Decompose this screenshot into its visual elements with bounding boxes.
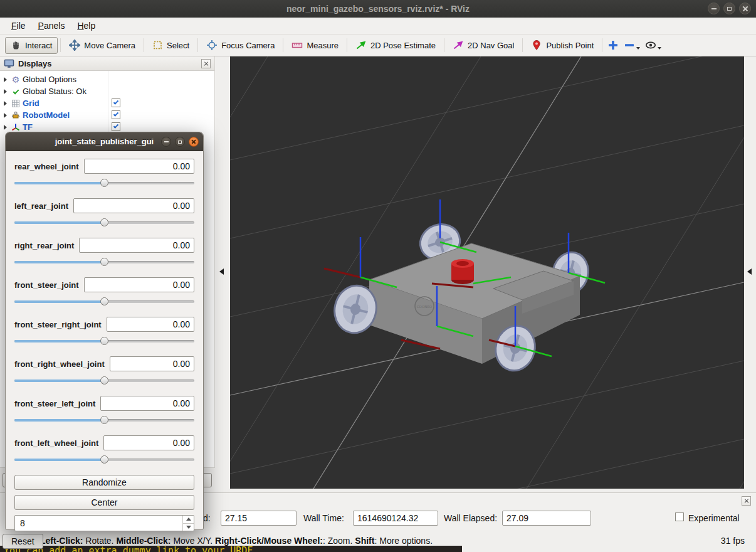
dialog-minimize-button[interactable] [161, 137, 171, 147]
tree-row-global-options[interactable]: Global Options [0, 73, 214, 85]
select-tool-button[interactable]: Select [147, 36, 195, 54]
remove-tool-button[interactable] [621, 38, 643, 53]
grid-enabled-checkbox[interactable] [112, 98, 120, 107]
joint-value-field[interactable] [110, 356, 194, 371]
tool-bar: Interact Move Camera Select Focus Camera… [0, 34, 756, 56]
arrow-up-icon [186, 518, 191, 521]
interact-tool-button[interactable]: Interact [5, 37, 58, 54]
joint-slider[interactable] [14, 416, 194, 424]
minimize-icon [164, 141, 169, 142]
slider-handle[interactable] [100, 416, 108, 424]
slider-handle[interactable] [100, 258, 108, 266]
joints-spinbox[interactable] [14, 515, 194, 531]
add-tool-button[interactable] [605, 38, 621, 53]
wall-time-field[interactable] [353, 511, 438, 526]
nav-goal-tool-button[interactable]: 2D Nav Goal [447, 36, 520, 54]
joint-value-field[interactable] [73, 198, 194, 213]
tree-row-label: RobotModel [23, 110, 70, 120]
publish-point-tool-button[interactable]: Publish Point [525, 36, 599, 54]
joint-row: right_rear_joint [14, 238, 194, 266]
slider-handle[interactable] [100, 376, 108, 385]
slider-handle[interactable] [100, 455, 108, 464]
lidar-cylinder [451, 259, 474, 284]
robotmodel-enabled-checkbox[interactable] [112, 110, 120, 119]
slider-fill [14, 182, 105, 184]
joint-row: left_rear_joint [14, 198, 194, 226]
tf-enabled-checkbox[interactable] [112, 122, 120, 131]
pose-estimate-tool-button[interactable]: 2D Pose Estimate [350, 36, 441, 54]
spinbox-value[interactable] [15, 516, 181, 531]
expander-icon[interactable] [4, 125, 7, 130]
dialog-title: joint_state_publisher_gui [55, 137, 154, 146]
ros-elapsed-field[interactable] [221, 511, 297, 526]
collapse-left-icon[interactable] [219, 268, 224, 275]
joint-slider[interactable] [14, 455, 194, 464]
menu-panels[interactable]: Panels [32, 18, 71, 33]
joint-row: front_right_wheel_joint [14, 356, 194, 385]
expander-icon[interactable] [4, 77, 7, 82]
joint-state-publisher-dialog[interactable]: joint_state_publisher_gui rear_wheel_joi… [5, 132, 204, 530]
joint-slider[interactable] [14, 337, 194, 345]
joint-label: left_rear_joint [14, 201, 68, 211]
reset-button[interactable]: Reset [3, 534, 43, 549]
time-panel-close-button[interactable] [742, 496, 751, 506]
slider-handle[interactable] [100, 337, 108, 345]
window-titlebar[interactable]: neor_mini_gazebo_sensors_rviz.rviz* - RV… [0, 0, 756, 18]
panel-title: Displays [18, 59, 197, 68]
collapse-right-icon[interactable] [747, 268, 752, 275]
center-button[interactable]: Center [14, 495, 194, 510]
joint-value-field[interactable] [79, 238, 194, 253]
joint-value-field[interactable] [84, 277, 194, 292]
spin-up-button[interactable] [183, 516, 194, 523]
hand-icon [11, 40, 21, 51]
window-close-button[interactable] [739, 3, 751, 14]
plus-icon [607, 40, 619, 51]
slider-handle[interactable] [100, 297, 108, 305]
wall-elapsed-field[interactable] [502, 511, 591, 526]
expander-icon[interactable] [4, 89, 7, 94]
tree-row-global-status[interactable]: Global Status: Ok [0, 85, 214, 97]
check-icon [113, 111, 118, 116]
joint-value-field[interactable] [107, 317, 194, 332]
dialog-maximize-button[interactable] [175, 137, 185, 147]
joint-row: front_left_wheel_joint [14, 435, 194, 464]
joint-slider[interactable] [14, 376, 194, 385]
3d-viewport[interactable]: COONEO [230, 56, 744, 489]
dialog-close-button[interactable] [189, 137, 199, 147]
menu-help[interactable]: Help [71, 18, 102, 33]
window-title: neor_mini_gazebo_sensors_rviz.rviz* - RV… [0, 4, 756, 14]
joint-slider[interactable] [14, 179, 194, 187]
move-camera-icon [69, 40, 80, 51]
tree-row-robotmodel[interactable]: RobotModel [0, 109, 214, 121]
window-maximize-button[interactable] [723, 3, 735, 14]
tool-label: 2D Pose Estimate [370, 41, 436, 50]
expander-icon[interactable] [4, 101, 7, 106]
measure-ruler-icon [291, 40, 303, 51]
slider-handle[interactable] [100, 218, 108, 226]
left-splitter[interactable] [215, 56, 230, 492]
menu-file[interactable]: File [5, 18, 32, 33]
tree-row-grid[interactable]: Grid [0, 97, 214, 109]
experimental-checkbox[interactable] [675, 512, 684, 521]
tool-label: Interact [25, 41, 52, 50]
joint-slider[interactable] [14, 218, 194, 226]
window-minimize-button[interactable] [708, 3, 720, 14]
joint-value-field[interactable] [100, 396, 194, 411]
dialog-titlebar[interactable]: joint_state_publisher_gui [6, 132, 203, 151]
focus-camera-tool-button[interactable]: Focus Camera [201, 36, 280, 54]
expander-icon[interactable] [4, 113, 7, 118]
displays-panel-header[interactable]: Displays [0, 56, 214, 71]
spin-down-button[interactable] [183, 523, 194, 531]
joint-slider[interactable] [14, 297, 194, 305]
move-camera-tool-button[interactable]: Move Camera [63, 36, 141, 54]
joint-value-field[interactable] [84, 159, 194, 174]
randomize-button[interactable]: Randomize [14, 475, 194, 490]
measure-tool-button[interactable]: Measure [286, 36, 344, 54]
tool-visibility-button[interactable] [643, 38, 664, 53]
joint-slider[interactable] [14, 258, 194, 266]
slider-handle[interactable] [100, 179, 108, 187]
displays-panel-close-button[interactable] [201, 59, 211, 68]
right-splitter[interactable] [744, 56, 756, 492]
slider-fill [14, 221, 105, 224]
joint-value-field[interactable] [103, 435, 194, 450]
